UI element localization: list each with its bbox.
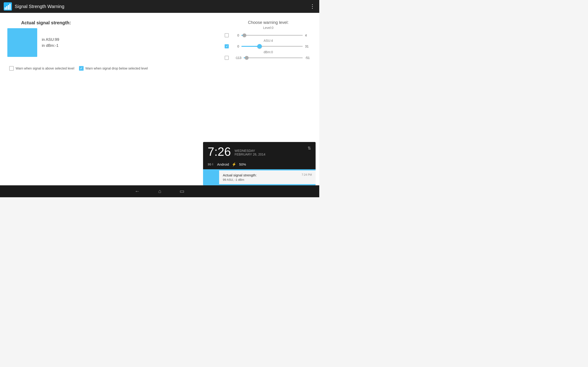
checkbox-row: Warn when signal is above selected level… xyxy=(9,66,148,71)
app-title: Signal Strength Warning xyxy=(15,4,310,9)
slider1-checkbox[interactable] xyxy=(225,33,229,37)
warning-title: Choose warning level: xyxy=(225,20,312,25)
notif-controls-icon[interactable]: ⇅ xyxy=(308,146,311,151)
bottom-nav-bar: ← ⌂ ▭ xyxy=(0,185,319,197)
notif-card-desc: 99 ASU, -1 dBm xyxy=(223,178,312,181)
signal-slash-icon: ⌇ xyxy=(212,163,213,166)
svg-rect-2 xyxy=(6,6,7,10)
app-icon xyxy=(4,2,12,10)
slider2-row: 0 31 xyxy=(225,44,312,48)
checkbox-above-group: Warn when signal is above selected level xyxy=(9,66,74,71)
signal-display-row: in ASU:99 in dBm:-1 xyxy=(7,28,59,57)
svg-rect-1 xyxy=(5,7,6,10)
3g-label: 3G xyxy=(208,163,211,166)
asu-sublabel: ASU:4 xyxy=(225,39,312,42)
battery-icon: ⚡ xyxy=(232,162,236,167)
dbm-sublabel: dBm:0 xyxy=(225,50,312,54)
slider2-min: 0 xyxy=(231,44,239,48)
notif-card-header-row: Actual signal strength: 7:24 PM xyxy=(223,173,312,177)
notif-time: 7:26 xyxy=(208,146,231,158)
slider-asu-section: 0 4 ASU:4 0 31 xyxy=(225,33,312,48)
slider1-min: 0 xyxy=(231,33,239,37)
notif-status-bar: 3G ⌇ Android ⚡ 50% xyxy=(203,160,316,169)
back-button[interactable]: ← xyxy=(135,188,140,194)
checkbox-below[interactable] xyxy=(79,66,84,71)
svg-rect-3 xyxy=(8,5,9,10)
slider3-checkbox[interactable] xyxy=(225,56,229,60)
svg-rect-4 xyxy=(9,4,10,10)
notif-card-time: 7:24 PM xyxy=(302,173,312,176)
slider2-max: 31 xyxy=(305,44,312,48)
slider2-track[interactable] xyxy=(242,46,303,47)
notif-header: 7:26 WEDNESDAY FEBRUARY 26, 2014 ⇅ xyxy=(203,142,316,160)
slider3-max: -51 xyxy=(305,56,312,60)
notif-card-title: Actual signal strength: xyxy=(223,173,257,177)
slider3-row: -113 -51 xyxy=(225,56,312,60)
notif-card-body: Actual signal strength: 7:24 PM 99 ASU, … xyxy=(219,170,316,184)
signal-values: in ASU:99 in dBm:-1 xyxy=(42,37,59,48)
level-display: Level:0 xyxy=(225,26,312,30)
notif-time-row: 7:26 WEDNESDAY FEBRUARY 26, 2014 xyxy=(208,146,308,158)
slider3-min: -113 xyxy=(231,56,242,60)
android-label: Android xyxy=(217,162,229,166)
left-panel: Actual signal strength: in ASU:99 in dBm… xyxy=(7,18,216,180)
slider1-row: 0 4 xyxy=(225,33,312,37)
top-app-bar: Signal Strength Warning ⋮ xyxy=(0,0,319,13)
slider3-track[interactable] xyxy=(244,57,303,58)
notif-day: WEDNESDAY xyxy=(234,149,265,152)
checkbox-below-label: Warn when signal drop below selected lev… xyxy=(86,67,148,70)
signal-heading: Actual signal strength: xyxy=(21,20,71,25)
recents-button[interactable]: ▭ xyxy=(180,188,184,194)
slider1-track[interactable] xyxy=(242,35,303,36)
slider2-checkbox[interactable] xyxy=(225,44,229,48)
signal-3g-indicator: 3G ⌇ xyxy=(208,163,213,166)
asu-value: in ASU:99 xyxy=(42,37,59,42)
notif-date: FEBRUARY 26, 2014 xyxy=(234,152,265,156)
checkbox-above[interactable] xyxy=(9,66,14,71)
checkbox-above-label: Warn when signal is above selected level xyxy=(16,67,74,70)
checkbox-below-group: Warn when signal drop below selected lev… xyxy=(79,66,148,71)
notification-card[interactable]: Actual signal strength: 7:24 PM 99 ASU, … xyxy=(203,169,316,185)
notification-panel: 7:26 WEDNESDAY FEBRUARY 26, 2014 ⇅ 3G ⌇ … xyxy=(203,142,316,185)
dbm-value: in dBm:-1 xyxy=(42,43,59,48)
notif-card-icon xyxy=(203,169,219,185)
battery-percentage: 50% xyxy=(239,162,246,166)
overflow-menu-button[interactable]: ⋮ xyxy=(310,4,316,9)
signal-color-box xyxy=(7,28,37,57)
notif-date-block: WEDNESDAY FEBRUARY 26, 2014 xyxy=(234,147,265,156)
slider1-max: 4 xyxy=(305,33,312,37)
home-button[interactable]: ⌂ xyxy=(158,188,161,194)
